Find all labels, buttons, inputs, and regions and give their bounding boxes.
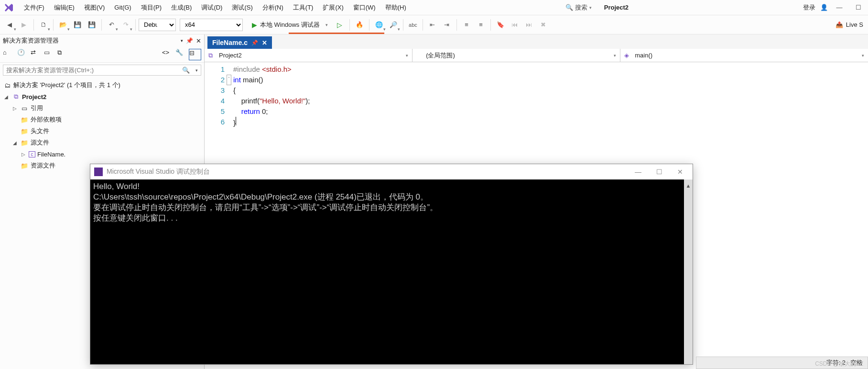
bookmark-next-button[interactable]: ⏭ xyxy=(522,18,536,32)
crumb-project[interactable]: ⧉ Project2 xyxy=(205,49,412,62)
references-node[interactable]: ▷ ▭ 引用 xyxy=(1,102,203,114)
console-minimize-button[interactable]: — xyxy=(629,168,647,176)
menu-analyze[interactable]: 分析(N) xyxy=(258,1,288,14)
nav-forward-button[interactable]: ▶ xyxy=(17,18,31,32)
menu-extensions[interactable]: 扩展(X) xyxy=(318,1,348,14)
history-icon[interactable]: 🕐 xyxy=(17,49,30,60)
menu-view[interactable]: 视图(V) xyxy=(79,1,109,14)
console-titlebar[interactable]: Microsoft Visual Studio 调试控制台 — ☐ ✕ xyxy=(90,164,693,179)
console-output[interactable]: Hello, World! C:\Users\tssh\source\repos… xyxy=(90,179,693,364)
search-icon[interactable]: 🔍 xyxy=(179,67,193,74)
bookmark-button[interactable]: 🔖 xyxy=(494,18,507,32)
panel-close-button[interactable]: ✕ xyxy=(196,37,201,45)
config-select[interactable]: Debug xyxy=(139,19,176,31)
maximize-button[interactable]: ☐ xyxy=(852,2,865,13)
menu-help[interactable]: 帮助(H) xyxy=(380,1,411,14)
hot-reload-icon[interactable]: 🔥 xyxy=(353,18,366,32)
panel-search-input[interactable] xyxy=(3,65,179,75)
console-scrollbar[interactable]: ▲ xyxy=(684,179,693,364)
redo-button[interactable]: ↷ xyxy=(119,18,132,32)
run-debugger-button[interactable]: ▶ 本地 Windows 调试器 xyxy=(248,19,332,31)
live-share-label[interactable]: Live S xyxy=(846,21,863,28)
new-project-button[interactable]: 🗋 xyxy=(37,18,50,32)
login-link[interactable]: 登录 xyxy=(803,3,815,12)
find-in-files-button[interactable]: 🔎 xyxy=(387,18,400,32)
menu-file[interactable]: 文件(F) xyxy=(19,1,49,14)
tab-close-button[interactable]: ✕ xyxy=(262,39,267,46)
abc-check-icon[interactable]: abc xyxy=(406,18,420,32)
search-dropdown-icon[interactable]: ▾ xyxy=(193,68,201,73)
menu-window[interactable]: 窗口(W) xyxy=(348,1,380,14)
solution-label: 解决方案 'Project2' (1 个项目，共 1 个) xyxy=(13,81,120,89)
code-editor[interactable]: 1 2 3 4 5 6 - #include <stdio.h> int mai… xyxy=(205,62,868,127)
indent-left-button[interactable]: ⇤ xyxy=(426,18,439,32)
pin-icon[interactable]: 📌 xyxy=(251,40,258,46)
browser-select-button[interactable]: 🌐 xyxy=(372,18,386,32)
sync-icon[interactable]: ⇄ xyxy=(31,49,43,60)
project-badge[interactable]: Project2 xyxy=(598,2,644,12)
crumb-scope[interactable]: (全局范围) xyxy=(412,49,620,62)
view-icon[interactable]: ⊟ xyxy=(189,49,201,60)
copy-icon[interactable]: ⧉ xyxy=(57,49,70,60)
bookmark-clear-button[interactable]: ✖ xyxy=(537,18,550,32)
external-deps-node[interactable]: 📁 外部依赖项 xyxy=(1,114,203,125)
headers-node[interactable]: 📁 头文件 xyxy=(1,125,203,137)
share-icon[interactable]: 📤 xyxy=(835,21,843,28)
comment-button[interactable]: ≡ xyxy=(460,18,473,32)
nav-back-button[interactable]: ◀ xyxy=(3,18,16,32)
crumb-label: main() xyxy=(635,52,859,59)
console-maximize-button[interactable]: ☐ xyxy=(651,168,668,176)
uncomment-button[interactable]: ≡ xyxy=(474,18,488,32)
watermark: CSDN @放大的EZ xyxy=(815,360,863,368)
panel-dropdown-icon[interactable]: ▾ xyxy=(181,38,183,43)
file-node[interactable]: ▷ c FileName. xyxy=(1,148,203,160)
sources-node[interactable]: ◢ 📁 源文件 xyxy=(1,137,203,148)
node-label: 引用 xyxy=(31,104,43,112)
fold-icon[interactable]: - xyxy=(227,75,231,85)
folder-icon: 📁 xyxy=(20,128,29,135)
menu-edit[interactable]: 编辑(E) xyxy=(49,1,79,14)
wrench-icon[interactable]: 🔧 xyxy=(175,49,188,60)
node-label: 源文件 xyxy=(31,138,49,147)
minimize-button[interactable]: — xyxy=(833,2,846,13)
run-label: 本地 Windows 调试器 xyxy=(260,21,320,29)
project-label: Project2 xyxy=(22,93,46,101)
bookmark-prev-button[interactable]: ⏮ xyxy=(508,18,521,32)
panel-search[interactable]: 🔍 ▾ xyxy=(3,65,201,76)
open-file-button[interactable]: 📂 xyxy=(56,18,70,32)
menu-debug[interactable]: 调试(D) xyxy=(196,1,227,14)
run-no-debug-button[interactable]: ▷ xyxy=(333,18,347,32)
expand-arrow-icon[interactable]: ◢ xyxy=(3,94,10,100)
menu-test[interactable]: 测试(S) xyxy=(227,1,257,14)
save-all-button[interactable]: 💾 xyxy=(85,18,98,32)
console-close-button[interactable]: ✕ xyxy=(672,168,689,176)
undo-button[interactable]: ↶ xyxy=(105,18,118,32)
indent-right-button[interactable]: ⇥ xyxy=(440,18,454,32)
menu-project[interactable]: 项目(P) xyxy=(136,1,166,14)
pin-icon[interactable]: 📌 xyxy=(186,37,193,44)
home-icon[interactable]: ⌂ xyxy=(3,49,15,60)
console-line: 要在调试停止时自动关闭控制台，请启用“工具”->“选项”->“调试”->“调试停… xyxy=(93,202,690,213)
menu-search[interactable]: 🔍 搜索 ▾ xyxy=(565,3,592,12)
collapse-icon[interactable]: ▭ xyxy=(44,49,56,60)
run-highlight xyxy=(289,33,384,34)
collapse-arrow-icon[interactable]: ▷ xyxy=(11,106,18,111)
code-lines[interactable]: - #include <stdio.h> int main() { printf… xyxy=(233,64,310,127)
code-icon[interactable]: <> xyxy=(162,49,174,60)
solution-node[interactable]: 🗂 解决方案 'Project2' (1 个项目，共 1 个) xyxy=(1,79,203,91)
menu-tools[interactable]: 工具(T) xyxy=(288,1,318,14)
crumb-function[interactable]: ◈ main() xyxy=(620,49,868,62)
crumb-label: (全局范围) xyxy=(416,51,611,60)
scroll-up-icon[interactable]: ▲ xyxy=(686,180,691,191)
account-icon[interactable]: 👤 xyxy=(820,4,828,11)
collapse-arrow-icon[interactable]: ▷ xyxy=(20,152,27,157)
platform-select[interactable]: x64 xyxy=(180,19,243,31)
menu-build[interactable]: 生成(B) xyxy=(166,1,196,14)
save-button[interactable]: 💾 xyxy=(71,18,84,32)
menu-git[interactable]: Git(G) xyxy=(109,2,136,13)
project-node[interactable]: ◢ ⧉ Project2 xyxy=(1,91,203,102)
debug-console-window: Microsoft Visual Studio 调试控制台 — ☐ ✕ Hell… xyxy=(90,164,693,365)
file-tab[interactable]: FileName.c 📌 ✕ xyxy=(207,36,272,49)
expand-arrow-icon[interactable]: ◢ xyxy=(11,140,18,145)
menu-search-label: 搜索 xyxy=(575,3,587,12)
